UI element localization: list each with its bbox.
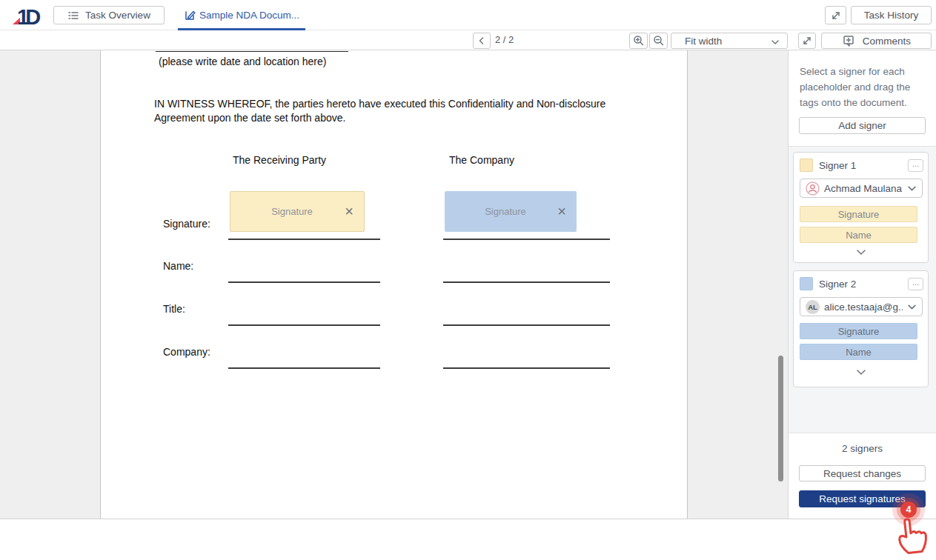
expand-view-button[interactable] (798, 33, 816, 49)
signer1-card-header: Signer 1 ... (800, 158, 923, 173)
signer2-avatar: AL (806, 300, 820, 314)
remove-placeholder-icon[interactable]: × (334, 203, 364, 220)
row-label-company: Company: (163, 346, 210, 358)
app-logo-icon: 1D (10, 2, 44, 29)
signers-sidebar: Select a signer for each placeholder and… (788, 50, 936, 519)
zoom-in-button[interactable] (629, 33, 648, 49)
signers-count: 2 signers (789, 443, 936, 454)
request-changes-label: Request changes (823, 468, 901, 479)
signature-line-right (443, 239, 610, 240)
previous-page-button[interactable] (473, 33, 491, 49)
signer1-signature-tag[interactable]: Signature (800, 206, 917, 222)
signature-line-left (228, 239, 380, 240)
zoom-out-button[interactable] (649, 33, 668, 49)
task-history-label: Task History (864, 10, 919, 21)
bottom-whitespace (0, 519, 936, 560)
request-signatures-button[interactable]: Request signatures (799, 490, 926, 507)
collapse-panel-button[interactable] (825, 6, 846, 24)
row-label-name: Name: (163, 260, 193, 272)
name-line-right (443, 281, 610, 283)
doc-tab-label: Sample NDA Docum... (199, 10, 299, 21)
chevron-down-icon (907, 302, 917, 312)
signer2-card: Signer 2 ... AL alice.testaaja@g... Sign… (793, 270, 929, 387)
add-signer-button[interactable]: Add signer (799, 117, 926, 134)
column-header-company: The Company (449, 154, 514, 166)
signer2-card-header: Signer 2 ... (800, 276, 923, 291)
zoom-in-icon (633, 35, 645, 47)
date-location-line (156, 51, 348, 52)
signature-placeholder-signer2[interactable]: Signature × (445, 191, 577, 232)
chevron-left-icon (477, 36, 486, 45)
title-line-left (228, 324, 380, 326)
list-icon (67, 10, 79, 21)
edit-document-icon (184, 9, 196, 21)
header-bar: 1D Task Overview Sample NDA Docum... (0, 0, 936, 30)
signer1-expand-chevron[interactable] (794, 247, 928, 256)
placeholder-label: Signature (445, 206, 547, 217)
date-location-caption: (please write date and location here) (159, 56, 326, 67)
name-line-left (228, 281, 380, 283)
sidebar-instructions: Select a signer for each placeholder and… (800, 64, 927, 110)
signer2-color-swatch (800, 277, 813, 290)
tab-sample-nda-document[interactable]: Sample NDA Docum... (178, 0, 305, 30)
signer1-label: Signer 1 (819, 160, 908, 171)
task-overview-label: Task Overview (85, 10, 150, 21)
app-window: 1D Task Overview Sample NDA Docum... (0, 0, 936, 560)
remove-placeholder-icon[interactable]: × (547, 203, 577, 220)
comments-label: Comments (863, 36, 911, 47)
signer2-assignee-select[interactable]: AL alice.testaaja@g... (800, 297, 923, 316)
document-viewer: (please write date and location here) IN… (0, 50, 788, 519)
signer1-name-tag[interactable]: Name (800, 227, 917, 243)
placeholder-label: Signature (230, 206, 334, 217)
request-changes-button[interactable]: Request changes (799, 465, 926, 481)
signer2-expand-chevron[interactable] (794, 367, 928, 376)
signer1-assignee-select[interactable]: Achmad Maulana (800, 179, 923, 198)
comments-button[interactable]: Comments (821, 33, 932, 49)
signer2-assignee-name: alice.testaaja@g... (824, 301, 903, 313)
signer-cards-section: Signer 1 ... Achmad Maulana Signature Na… (789, 146, 936, 433)
signature-placeholder-signer1[interactable]: Signature × (230, 191, 365, 232)
witness-paragraph: IN WITNESS WHEREOF, the parties hereto h… (154, 97, 640, 125)
chevron-down-icon (855, 367, 867, 376)
chevron-down-icon (855, 247, 867, 256)
signer2-menu-button[interactable]: ... (908, 278, 923, 290)
column-header-receiving-party: The Receiving Party (233, 154, 326, 166)
expand-arrows-icon (801, 35, 813, 47)
company-line-right (443, 367, 610, 369)
zoom-mode-select[interactable]: Fit width (671, 33, 788, 49)
task-history-button[interactable]: Task History (851, 6, 932, 24)
document-toolbar: 2 / 2 Fit width (0, 30, 936, 50)
person-icon (806, 181, 820, 196)
row-label-signature: Signature: (163, 218, 210, 230)
chevron-down-icon (907, 184, 917, 193)
signer1-card: Signer 1 ... Achmad Maulana Signature Na… (793, 152, 929, 263)
signer1-color-swatch (800, 159, 813, 172)
zoom-mode-value: Fit width (685, 36, 722, 47)
page-indicator: 2 / 2 (495, 34, 514, 45)
signer2-name-tag[interactable]: Name (800, 344, 917, 360)
row-label-title: Title: (163, 303, 185, 315)
signer1-menu-button[interactable]: ... (908, 159, 923, 172)
collapse-arrows-icon (830, 10, 842, 21)
signer1-assignee-name: Achmad Maulana (824, 183, 903, 194)
company-line-left (228, 367, 380, 369)
signer2-label: Signer 2 (819, 279, 908, 290)
add-signer-label: Add signer (838, 120, 886, 131)
comment-plus-icon (842, 34, 855, 47)
zoom-out-icon (653, 35, 665, 47)
task-overview-button[interactable]: Task Overview (53, 6, 165, 24)
title-line-right (443, 324, 610, 326)
sidebar-footer: 2 signers Request changes Request signat… (789, 433, 936, 519)
request-signatures-label: Request signatures (819, 493, 905, 504)
vertical-scrollbar[interactable] (778, 356, 783, 481)
svg-text:1D: 1D (17, 5, 40, 29)
chevron-down-icon (771, 38, 780, 47)
signer2-signature-tag[interactable]: Signature (800, 323, 917, 339)
